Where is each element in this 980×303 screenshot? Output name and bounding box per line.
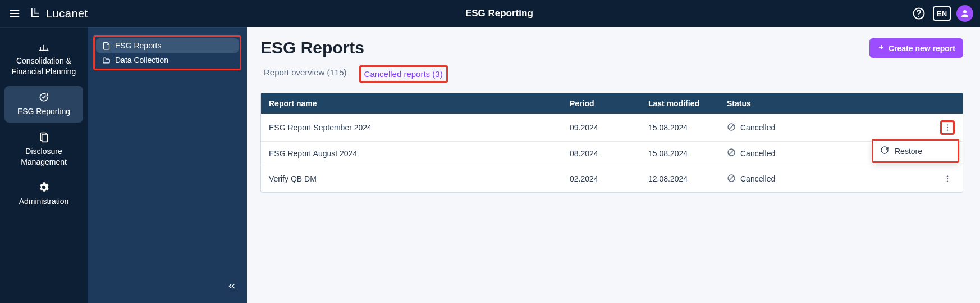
- nav-label: ESG Reporting: [17, 106, 70, 117]
- sidebar-item-data-collection[interactable]: Data Collection: [96, 53, 239, 67]
- cell-modified: 12.08.2024: [640, 165, 719, 192]
- nav-label: Disclosure Management: [8, 146, 80, 168]
- svg-rect-11: [42, 134, 48, 142]
- cell-period: 09.2024: [562, 114, 640, 141]
- tab-report-overview[interactable]: Report overview (115): [260, 65, 350, 83]
- collapse-sidebar-icon[interactable]: [227, 281, 237, 293]
- page-title: ESG Reports: [260, 38, 448, 57]
- cell-modified: 15.08.2024: [640, 141, 719, 165]
- brand-logo: Lucanet: [29, 6, 88, 21]
- cell-status: Cancelled: [719, 114, 932, 141]
- help-icon[interactable]: [910, 5, 927, 22]
- cell-modified: 15.08.2024: [640, 114, 719, 141]
- svg-point-16: [947, 124, 948, 125]
- nav-label: Consolidation & Financial Planning: [8, 56, 80, 77]
- status-text: Cancelled: [740, 174, 775, 183]
- col-last-modified[interactable]: Last modified: [640, 93, 719, 114]
- create-report-button[interactable]: Create new report: [869, 38, 963, 58]
- status-text: Cancelled: [740, 123, 775, 132]
- cancelled-icon: [727, 123, 736, 133]
- language-button[interactable]: EN: [933, 6, 951, 21]
- nav-item-consolidation[interactable]: Consolidation & Financial Planning: [4, 35, 83, 83]
- gear-icon: [38, 182, 49, 193]
- bar-chart-icon: [38, 41, 49, 52]
- sidebar-highlight-box: ESG Reports Data Collection: [93, 35, 241, 70]
- content-area: ESG Reports Report overview (115) Cancel…: [247, 27, 980, 303]
- table-row: ESG Report September 2024 09.2024 15.08.…: [261, 114, 963, 141]
- nav-label: Administration: [19, 196, 69, 207]
- reports-table: Report name Period Last modified Status …: [260, 93, 963, 193]
- restore-icon: [880, 146, 889, 156]
- table-row: ESG Report August 2024 08.2024 15.08.202…: [261, 141, 963, 165]
- menu-icon[interactable]: [7, 6, 22, 21]
- svg-point-24: [947, 178, 948, 179]
- col-period[interactable]: Period: [562, 93, 640, 114]
- col-actions: [932, 93, 963, 114]
- file-icon: [102, 42, 111, 50]
- nav-item-disclosure[interactable]: Disclosure Management: [4, 126, 83, 173]
- nav-rail: Consolidation & Financial Planning ESG R…: [0, 27, 88, 303]
- sidebar: ESG Reports Data Collection: [88, 27, 247, 303]
- svg-point-23: [947, 175, 948, 177]
- table-row: Verify QB DM 02.2024 12.08.2024 Cancelle…: [261, 165, 963, 192]
- svg-line-20: [729, 150, 734, 155]
- tab-cancelled-reports[interactable]: Cancelled reports (3): [359, 65, 448, 83]
- svg-line-15: [729, 125, 734, 129]
- sidebar-item-esg-reports[interactable]: ESG Reports: [96, 38, 239, 53]
- cell-status: Cancelled: [719, 165, 932, 192]
- col-status[interactable]: Status: [719, 93, 932, 114]
- row-more-button[interactable]: [940, 120, 955, 135]
- cancelled-icon: [727, 174, 736, 184]
- documents-icon: [38, 132, 49, 143]
- create-button-label: Create new report: [889, 44, 955, 53]
- cell-report-name: ESG Report August 2024: [261, 141, 562, 165]
- cell-period: 02.2024: [562, 165, 640, 192]
- col-report-name[interactable]: Report name: [261, 93, 562, 114]
- cancelled-icon: [727, 148, 736, 159]
- top-bar: Lucanet ESG Reporting EN: [0, 0, 980, 27]
- cell-report-name: Verify QB DM: [261, 165, 562, 192]
- restore-label: Restore: [895, 147, 922, 156]
- plus-icon: [877, 43, 885, 53]
- brand-text: Lucanet: [46, 7, 88, 20]
- sidebar-item-label: Data Collection: [115, 56, 168, 65]
- restore-action[interactable]: Restore: [873, 141, 958, 161]
- row-action-popover: Restore: [872, 139, 959, 163]
- row-more-button[interactable]: [940, 171, 955, 186]
- svg-point-25: [947, 180, 948, 182]
- nav-item-administration[interactable]: Administration: [4, 176, 83, 212]
- app-title: ESG Reporting: [88, 8, 910, 19]
- logo-icon: [29, 6, 42, 21]
- status-text: Cancelled: [740, 149, 775, 158]
- nav-item-esg-reporting[interactable]: ESG Reporting: [4, 86, 83, 123]
- svg-point-4: [918, 16, 919, 17]
- refresh-check-icon: [38, 92, 49, 103]
- folder-icon: [102, 56, 111, 65]
- svg-line-22: [729, 176, 734, 180]
- cell-report-name: ESG Report September 2024: [261, 114, 562, 141]
- user-avatar[interactable]: [956, 5, 973, 22]
- svg-point-18: [947, 129, 948, 130]
- cell-period: 08.2024: [562, 141, 640, 165]
- tabs: Report overview (115) Cancelled reports …: [260, 65, 448, 83]
- svg-point-17: [947, 127, 948, 128]
- svg-point-5: [963, 10, 967, 13]
- sidebar-item-label: ESG Reports: [115, 41, 161, 50]
